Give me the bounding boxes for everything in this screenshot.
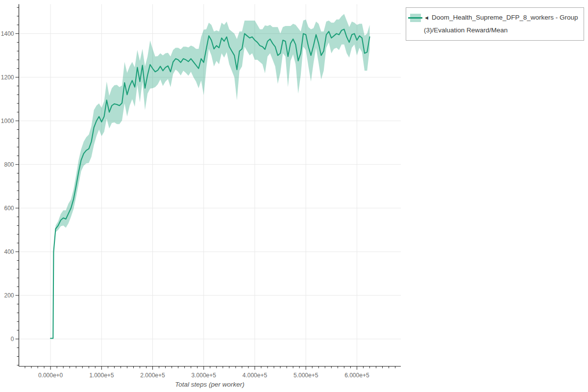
legend-line-icon (408, 17, 422, 19)
y-tick-label: 1400 (1, 30, 14, 37)
legend-band-swatch-icon (410, 14, 421, 22)
series-band (50, 14, 369, 339)
x-axis-title: Total steps (per worker) (19, 381, 401, 388)
x-tick-label: 4.000e+5 (243, 372, 268, 379)
reward-chart-canvas[interactable]: 0.000e+01.000e+52.000e+53.000e+54.000e+5… (0, 0, 588, 392)
x-tick-label: 6.000e+5 (344, 372, 369, 379)
legend-item[interactable]: ◄Doom_Health_Supreme_DFP_8_workers - Gro… (410, 11, 579, 37)
x-tick-label: 5.000e+5 (294, 372, 318, 379)
x-tick-label: 1.000e+5 (89, 372, 114, 379)
x-tick-label: 0.000e+0 (38, 372, 63, 379)
y-tick-label: 1200 (1, 74, 14, 81)
y-tick-label: 600 (4, 205, 14, 212)
y-tick-label: 200 (4, 292, 14, 299)
chart-page: 0.000e+01.000e+52.000e+53.000e+54.000e+5… (0, 0, 588, 392)
y-tick-label: 0 (11, 336, 14, 343)
legend: ◄Doom_Health_Supreme_DFP_8_workers - Gro… (406, 7, 584, 41)
y-tick-label: 800 (4, 161, 14, 168)
legend-series-label: Doom_Health_Supreme_DFP_8_workers - Grou… (424, 14, 578, 34)
y-tick-label: 400 (4, 248, 14, 255)
collapse-arrow-icon: ◄ (424, 15, 429, 21)
x-tick-label: 3.000e+5 (192, 372, 217, 379)
tick-labels: 0.000e+01.000e+52.000e+53.000e+54.000e+5… (1, 30, 369, 379)
x-tick-label: 2.000e+5 (140, 372, 165, 379)
y-tick-label: 1000 (1, 118, 14, 124)
legend-label-text: ◄Doom_Health_Supreme_DFP_8_workers - Gro… (424, 11, 579, 37)
